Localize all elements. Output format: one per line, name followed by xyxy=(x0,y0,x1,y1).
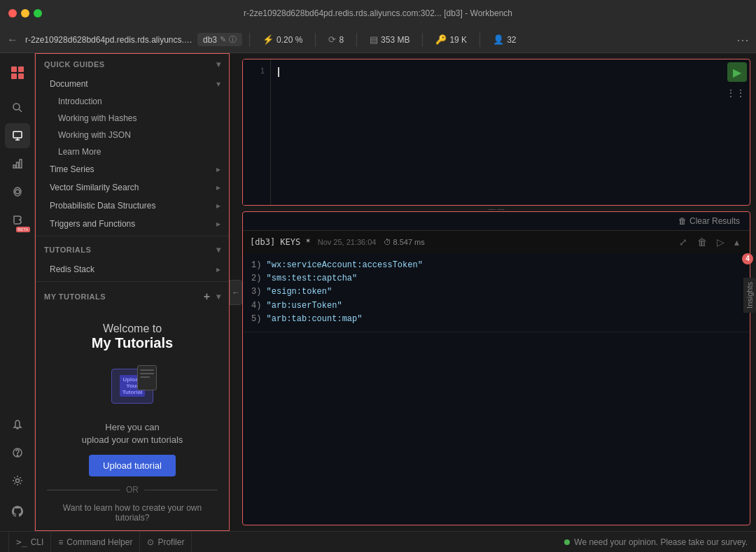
results-toolbar: 🗑 Clear Results xyxy=(243,212,750,231)
key-stat: 🔑 19 K xyxy=(430,34,472,45)
result-collapse-button[interactable]: ▴ xyxy=(731,235,743,249)
probabilistic-subsection: Probabilistic Data Structures ▸ xyxy=(36,197,229,215)
window-title: r-2ze10928d628bd64pd.redis.rds.aliyuncs.… xyxy=(244,8,512,18)
vector-search-header[interactable]: Vector Similarity Search ▸ xyxy=(41,178,229,197)
run-icon: ▶ xyxy=(733,66,741,79)
menu-item-hashes[interactable]: Working with Hashes xyxy=(41,110,229,127)
document-header[interactable]: Document ▾ xyxy=(41,75,229,93)
cmd-helper-label: Command Helper xyxy=(66,537,132,547)
toggle-panel-icon: ← xyxy=(232,288,240,297)
nav-search-button[interactable] xyxy=(5,95,30,120)
probabilistic-header[interactable]: Probabilistic Data Structures ▸ xyxy=(41,197,229,215)
menu-item-json[interactable]: Working with JSON xyxy=(41,127,229,143)
my-tutorials-label: MY TUTORIALS xyxy=(44,292,106,301)
menu-item-introduction[interactable]: Introduction xyxy=(41,93,229,110)
document-chevron: ▾ xyxy=(216,79,220,89)
document-label: Document xyxy=(50,79,88,89)
back-button[interactable]: ← xyxy=(7,34,18,46)
result-row-4: 4) "arb:userToken" xyxy=(251,299,741,313)
nav-help-button[interactable] xyxy=(5,440,30,465)
minimize-button[interactable] xyxy=(21,9,29,17)
command-helper-status-item[interactable]: ≡ Command Helper xyxy=(51,532,140,552)
probabilistic-chevron: ▸ xyxy=(216,201,220,211)
key-icon: 🔑 xyxy=(435,34,447,45)
edit-db-icon: ✎ xyxy=(220,35,226,44)
profiler-status-item[interactable]: ⊙ Profiler xyxy=(140,532,192,552)
result-duration: ⏱ 8.547 ms xyxy=(384,238,425,246)
separator-2 xyxy=(315,33,316,47)
database-selector[interactable]: db3 ✎ ⓘ xyxy=(197,33,242,46)
welcome-text: Welcome to xyxy=(92,323,173,335)
editor-content[interactable] xyxy=(271,59,750,205)
separator-3 xyxy=(356,33,357,47)
my-tutorials-section[interactable]: MY TUTORIALS + ▾ xyxy=(36,285,229,309)
line-number-1: 1 xyxy=(243,65,270,78)
toggle-panel-button[interactable]: ← xyxy=(230,280,242,305)
conn-stat: ⟳ 8 xyxy=(323,34,349,45)
result-run-button[interactable]: ▷ xyxy=(713,235,728,249)
more-options-button[interactable]: ⋯ xyxy=(736,32,749,48)
redis-stack-header[interactable]: Redis Stack ▸ xyxy=(41,260,229,278)
nav-analytics-button[interactable] xyxy=(5,151,30,176)
tutorials-section[interactable]: TUTORIALS ▾ xyxy=(36,239,229,260)
menu-item-learn-more[interactable]: Learn More xyxy=(41,143,229,160)
result-delete-button[interactable]: 🗑 xyxy=(694,235,710,249)
upload-tutorial-button[interactable]: Upload tutorial xyxy=(89,455,176,476)
tutorial-sub-text: Want to learn how to create your own tut… xyxy=(47,503,218,523)
cpu-icon: ⚡ xyxy=(262,34,274,45)
insights-button[interactable]: Insights xyxy=(743,278,756,313)
svg-rect-10 xyxy=(16,162,18,168)
result-row-1: 1) "wx:serviceAccount:accessToken" xyxy=(251,259,741,272)
trash-icon: 🗑 xyxy=(678,216,687,226)
result-command: [db3] KEYS * xyxy=(250,237,311,247)
nav-github-button[interactable] xyxy=(5,499,30,524)
result-expand-button[interactable]: ⤢ xyxy=(676,235,691,249)
profiler-icon: ⊙ xyxy=(147,537,154,547)
quick-guides-chevron: ▾ xyxy=(216,59,221,69)
probabilistic-label: Probabilistic Data Structures xyxy=(50,201,155,211)
redis-stack-label: Redis Stack xyxy=(50,264,94,274)
svg-rect-1 xyxy=(18,66,24,72)
nav-notifications-button[interactable] xyxy=(5,412,30,437)
mem-value: 353 MB xyxy=(381,35,410,45)
drag-handle[interactable]: — — xyxy=(242,206,750,211)
triggers-header[interactable]: Triggers and Functions ▸ xyxy=(41,215,229,233)
status-bar: >_ CLI ≡ Command Helper ⊙ Profiler We ne… xyxy=(0,531,756,552)
key-value: 19 K xyxy=(449,35,467,45)
insights-label: Insights xyxy=(746,282,754,309)
nav-pubsub-button[interactable] xyxy=(5,179,30,204)
vector-search-chevron: ▸ xyxy=(216,183,220,192)
editor-container: 1 ▶ ⋮⋮ xyxy=(242,59,750,206)
maximize-button[interactable] xyxy=(34,9,42,17)
result-row-3: 3) "esign:token" xyxy=(251,285,741,299)
tutorials-label: TUTORIALS xyxy=(44,246,91,254)
svg-rect-6 xyxy=(13,132,22,138)
svg-line-5 xyxy=(19,109,22,112)
svg-rect-11 xyxy=(20,160,22,168)
result-timestamp: Nov 25, 21:36:04 xyxy=(318,238,377,246)
nav-workbench-button[interactable] xyxy=(5,123,30,148)
nav-beta-button[interactable] xyxy=(5,207,30,232)
result-row-5: 5) "arb:tab:count:map" xyxy=(251,313,741,326)
window-controls[interactable] xyxy=(8,9,42,17)
opinion-dot xyxy=(564,539,570,545)
run-button[interactable]: ▶ xyxy=(727,62,747,82)
quick-guides-section[interactable]: QUICK GUIDES ▾ xyxy=(36,54,229,75)
opinion-area[interactable]: We need your opinion. Please take our su… xyxy=(564,537,748,547)
svg-rect-9 xyxy=(13,165,15,168)
or-divider: OR xyxy=(47,485,218,495)
time-series-header[interactable]: Time Series ▸ xyxy=(41,160,229,178)
duration-value: 8.547 ms xyxy=(393,238,425,246)
db-name: db3 xyxy=(203,35,217,45)
separator-4 xyxy=(422,33,423,47)
close-button[interactable] xyxy=(8,9,17,17)
cmd-helper-icon: ≡ xyxy=(58,537,63,547)
nav-settings-button[interactable] xyxy=(5,468,30,493)
logo-button[interactable] xyxy=(5,60,30,85)
upload-illustration: UploadYourTutorial xyxy=(104,365,160,407)
add-tutorial-icon[interactable]: + xyxy=(204,290,211,303)
cli-status-item[interactable]: >_ CLI xyxy=(8,532,51,552)
clear-results-button[interactable]: 🗑 Clear Results xyxy=(674,215,744,227)
expand-button[interactable]: ⋮⋮ xyxy=(727,85,744,101)
svg-point-12 xyxy=(15,190,20,194)
